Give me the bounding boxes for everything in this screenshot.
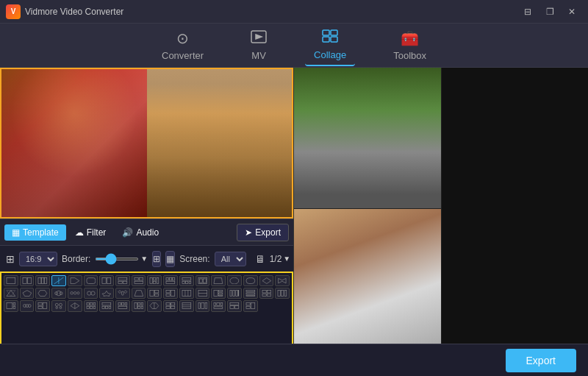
template-33[interactable]: [227, 288, 242, 299]
template-52[interactable]: [243, 300, 258, 311]
audio-icon: 🔊: [122, 227, 133, 238]
svg-rect-109: [141, 303, 143, 305]
template-19[interactable]: [4, 288, 18, 299]
filter-button[interactable]: ☁ Filter: [68, 224, 114, 241]
export-quick-button[interactable]: ➤ Export: [237, 224, 289, 241]
screen-select[interactable]: All 1 2: [215, 252, 246, 266]
border-label: Border:: [62, 254, 90, 264]
screen-label: Screen:: [179, 254, 209, 264]
grid-icon-btn[interactable]: ⊞: [152, 251, 161, 267]
template-36[interactable]: [275, 288, 290, 299]
template-21[interactable]: [35, 288, 50, 299]
template-button[interactable]: ▦ Template: [4, 224, 66, 241]
restore-button[interactable]: ❐: [539, 4, 560, 20]
left-toolbar: ⊞ 16:9 4:3 1:1 Border: ▼ ⊞ ▦ Screen: All…: [0, 245, 293, 272]
template-23[interactable]: [68, 288, 82, 299]
template-12[interactable]: [179, 275, 194, 286]
template-38[interactable]: [20, 300, 35, 311]
title-bar: V Vidmore Video Converter ⊟ ❐ ✕: [0, 0, 588, 24]
template-37[interactable]: [4, 300, 18, 311]
template-18[interactable]: [275, 275, 290, 286]
template-7[interactable]: [99, 275, 114, 286]
template-30[interactable]: [179, 288, 194, 299]
ratio-select[interactable]: 16:9 4:3 1:1: [19, 252, 57, 266]
border-slider[interactable]: [95, 258, 139, 260]
template-49[interactable]: [196, 300, 210, 311]
template-9[interactable]: [132, 275, 146, 286]
template-6[interactable]: [84, 275, 98, 286]
template-46[interactable]: [147, 300, 162, 311]
template-50[interactable]: [211, 300, 226, 311]
toolbox-label: Toolbox: [393, 50, 426, 61]
svg-rect-27: [170, 278, 172, 280]
template-icon: ▦: [12, 227, 20, 238]
template-17[interactable]: [259, 275, 274, 286]
template-22[interactable]: [51, 288, 66, 299]
template-20[interactable]: [20, 288, 35, 299]
svg-rect-93: [90, 303, 92, 305]
template-42[interactable]: [84, 300, 98, 311]
svg-rect-103: [122, 303, 124, 305]
minimize-button[interactable]: ⊟: [517, 4, 538, 20]
template-11[interactable]: [163, 275, 178, 286]
template-45[interactable]: [132, 300, 146, 311]
template-26[interactable]: [115, 288, 130, 299]
close-button[interactable]: ✕: [562, 4, 582, 20]
tab-toolbox[interactable]: 🧰 Toolbox: [384, 25, 435, 65]
template-32[interactable]: [211, 288, 226, 299]
template-3[interactable]: [35, 275, 50, 286]
template-13[interactable]: [196, 275, 210, 286]
template-47[interactable]: [163, 300, 178, 311]
svg-rect-95: [87, 307, 89, 309]
template-14[interactable]: [211, 275, 226, 286]
tab-collage[interactable]: Collage: [305, 25, 355, 66]
template-34[interactable]: [243, 288, 258, 299]
template-15[interactable]: [227, 275, 242, 286]
template-8[interactable]: [115, 275, 130, 286]
template-39[interactable]: [35, 300, 50, 311]
template-44[interactable]: [115, 300, 130, 311]
template-10[interactable]: [147, 275, 162, 286]
template-40[interactable]: [51, 300, 66, 311]
template-4[interactable]: [51, 275, 66, 286]
svg-rect-122: [205, 303, 207, 309]
template-28[interactable]: [147, 288, 162, 299]
tab-mv[interactable]: MV: [242, 26, 276, 65]
audio-button[interactable]: 🔊 Audio: [115, 224, 166, 241]
tab-converter[interactable]: ⊙ Converter: [153, 25, 212, 65]
template-29[interactable]: [163, 288, 178, 299]
template-51[interactable]: [227, 300, 242, 311]
svg-rect-128: [230, 306, 234, 309]
template-1[interactable]: [4, 275, 18, 286]
template-5[interactable]: [68, 275, 82, 286]
svg-rect-75: [282, 291, 284, 297]
svg-rect-129: [235, 306, 239, 309]
svg-rect-115: [171, 307, 175, 309]
svg-rect-123: [214, 303, 216, 306]
template-35[interactable]: [259, 288, 274, 299]
template-25[interactable]: [99, 288, 114, 299]
svg-rect-105: [118, 307, 127, 309]
template-24[interactable]: [84, 288, 98, 299]
svg-rect-117: [182, 303, 191, 309]
template-27[interactable]: [132, 288, 146, 299]
svg-rect-125: [221, 303, 223, 306]
template-16[interactable]: [243, 275, 258, 286]
svg-point-39: [57, 291, 62, 296]
svg-rect-2: [331, 30, 337, 35]
svg-rect-13: [87, 278, 96, 284]
svg-rect-130: [246, 303, 250, 305]
template-41[interactable]: [68, 300, 82, 311]
pattern-icon-btn[interactable]: ▦: [165, 251, 175, 267]
page-display: 1/2: [270, 254, 282, 264]
template-2[interactable]: [20, 275, 35, 286]
template-43[interactable]: [99, 300, 114, 311]
left-preview: [0, 68, 293, 219]
template-31[interactable]: [196, 288, 210, 299]
export-button[interactable]: Export: [506, 349, 576, 372]
svg-rect-17: [118, 281, 122, 283]
svg-rect-66: [238, 291, 239, 297]
template-48[interactable]: [179, 300, 194, 311]
svg-rect-113: [171, 303, 175, 305]
svg-rect-132: [251, 303, 254, 309]
